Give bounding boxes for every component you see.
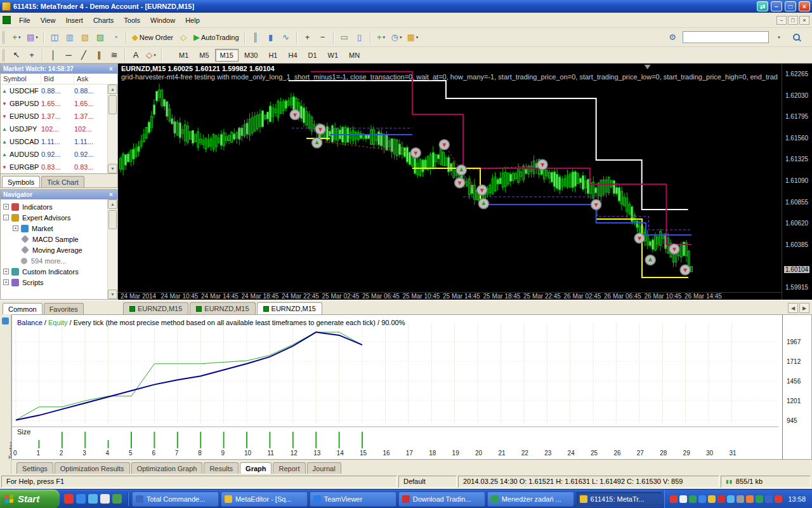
nav-item-moving-average[interactable]: Moving Average bbox=[1, 244, 117, 255]
chart-window-icon[interactable] bbox=[3, 16, 11, 24]
column-header-bid[interactable]: Bid bbox=[41, 74, 74, 84]
bar-chart-button[interactable]: ║ bbox=[248, 30, 263, 44]
market-watch-row-eurgbp[interactable]: ▼EURGBP0.83...0.83... bbox=[1, 161, 107, 173]
candlestick-chart-button[interactable]: ▮ bbox=[263, 30, 278, 44]
taskbar-button-total-commande[interactable]: Total Commande... bbox=[132, 491, 219, 507]
chart-tab-0[interactable]: EURNZD,M15 bbox=[123, 302, 188, 314]
market-watch-header[interactable]: Market Watch: 14:58:37 × bbox=[1, 64, 117, 74]
nav-item-expert-advisors[interactable]: -Expert Advisors bbox=[1, 212, 117, 223]
taskbar-button-teamviewer[interactable]: TeamViewer bbox=[310, 491, 396, 507]
close-button[interactable]: × bbox=[799, 1, 810, 11]
mdi-restore-button[interactable]: □ bbox=[788, 16, 798, 25]
taskbar-button-mened-er-zada[interactable]: Menedżer zadań ... bbox=[487, 491, 574, 507]
scroll-down-icon[interactable]: ▼ bbox=[108, 290, 117, 299]
navigator-tab-favorites[interactable]: Favorites bbox=[44, 303, 84, 314]
chart-tab-2[interactable]: EURNZD,M15 bbox=[257, 302, 322, 314]
timeframe-d1-button[interactable]: D1 bbox=[303, 49, 322, 62]
tray-icon-9[interactable] bbox=[746, 495, 754, 503]
toolbar-grip[interactable] bbox=[3, 49, 6, 62]
maximize-button[interactable]: □ bbox=[785, 1, 796, 11]
tray-icon-1[interactable] bbox=[670, 495, 678, 503]
zoom-out-button[interactable]: − bbox=[315, 30, 331, 44]
menu-tools[interactable]: Tools bbox=[119, 15, 145, 26]
tray-icon-10[interactable] bbox=[756, 495, 763, 503]
market-watch-row-usdchf[interactable]: ▲USDCHF0.88...0.88... bbox=[1, 84, 107, 97]
templates-button[interactable]: ▦▾ bbox=[404, 30, 421, 44]
navigator-toggle[interactable]: ▧ bbox=[77, 30, 93, 44]
periods-button[interactable]: ◷▾ bbox=[389, 30, 405, 44]
timeframe-m15-button[interactable]: M15 bbox=[215, 49, 239, 62]
new-order-button[interactable]: ◆New Order bbox=[129, 30, 176, 44]
quick-launch-icon-4[interactable] bbox=[100, 494, 110, 504]
taskbar-button-download-tradin[interactable]: Download Tradin... bbox=[398, 491, 485, 507]
taskbar-button-611415-metatr[interactable]: 611415: MetaTr... bbox=[576, 491, 663, 507]
menu-file[interactable]: File bbox=[14, 15, 36, 26]
collapse-icon[interactable]: - bbox=[3, 215, 9, 220]
market-watch-row-eurusd[interactable]: ▼EURUSD1.37...1.37... bbox=[1, 110, 107, 123]
tray-icon-11[interactable] bbox=[765, 495, 773, 503]
nav-item-custom-indicators[interactable]: +Custom Indicators bbox=[1, 266, 117, 277]
tester-tab-settings[interactable]: Settings bbox=[16, 462, 53, 474]
quick-launch-icon-5[interactable] bbox=[112, 494, 122, 504]
strategy-tester-toggle[interactable]: ◔ bbox=[108, 30, 123, 44]
tabs-scroll-left-icon[interactable]: ◀ bbox=[788, 303, 798, 313]
market-watch-row-usdcad[interactable]: ▲USDCAD1.11...1.11... bbox=[1, 135, 107, 148]
menu-charts[interactable]: Charts bbox=[88, 15, 119, 26]
quick-launch-icon-2[interactable] bbox=[76, 494, 86, 504]
nav-item-scripts[interactable]: +Scripts bbox=[1, 277, 117, 288]
tester-tab-journal[interactable]: Journal bbox=[307, 462, 341, 474]
start-button[interactable]: Start bbox=[0, 490, 60, 508]
cursor-button[interactable]: ↖ bbox=[9, 48, 24, 62]
column-header-ask[interactable]: Ask bbox=[74, 74, 107, 84]
chart-tab-1[interactable]: EURNZD,M15 bbox=[190, 302, 255, 314]
market-watch-tab-tick-chart[interactable]: Tick Chart bbox=[41, 176, 84, 187]
scrollbar-thumb[interactable] bbox=[108, 210, 117, 229]
tray-icon-2[interactable] bbox=[679, 495, 687, 503]
tray-icon-6[interactable] bbox=[717, 495, 725, 503]
search-button[interactable] bbox=[789, 30, 804, 44]
cascade-windows-button[interactable]: ▯ bbox=[352, 30, 367, 44]
navigator-header[interactable]: Navigator × bbox=[1, 190, 117, 199]
navigator-scrollbar[interactable]: ▲ ▼ bbox=[107, 199, 117, 299]
tray-icon-12[interactable] bbox=[775, 495, 782, 503]
close-icon[interactable]: × bbox=[107, 65, 115, 72]
expand-window-button[interactable]: ⇄ bbox=[757, 1, 768, 11]
tray-icon-5[interactable] bbox=[708, 495, 716, 503]
equidistant-channel-button[interactable]: ∥ bbox=[91, 48, 107, 62]
tile-windows-button[interactable]: ▭ bbox=[337, 30, 352, 44]
tray-icon-7[interactable] bbox=[727, 495, 735, 503]
mdi-close-button[interactable]: × bbox=[799, 16, 809, 25]
navigator-tab-common[interactable]: Common bbox=[3, 303, 43, 314]
autotrading-button[interactable]: ▶AutoTrading bbox=[191, 30, 242, 44]
tray-icon-3[interactable] bbox=[689, 495, 697, 503]
menu-insert[interactable]: Insert bbox=[60, 15, 88, 26]
expand-icon[interactable]: + bbox=[3, 269, 9, 274]
zoom-in-button[interactable]: + bbox=[300, 30, 315, 44]
close-icon[interactable]: × bbox=[107, 191, 115, 198]
expand-icon[interactable]: + bbox=[3, 204, 9, 210]
nav-item-594-more[interactable]: 594 more... bbox=[1, 255, 117, 266]
market-watch-tab-symbols[interactable]: Symbols bbox=[2, 176, 40, 187]
nav-item-market[interactable]: +Market bbox=[1, 223, 117, 234]
text-label-button[interactable]: A bbox=[128, 48, 143, 62]
search-dropdown-button[interactable]: ▾ bbox=[771, 30, 787, 44]
arrows-button[interactable]: ◇▾ bbox=[143, 48, 159, 62]
tester-tab-graph[interactable]: Graph bbox=[240, 462, 272, 474]
toolbar-grip[interactable] bbox=[3, 31, 6, 44]
taskbar-button-metaeditor-sq[interactable]: MetaEditor - [Sq... bbox=[221, 491, 308, 507]
timeframe-mn-button[interactable]: MN bbox=[344, 49, 365, 62]
fibonacci-button[interactable]: ≋ bbox=[107, 48, 122, 62]
data-window-toggle[interactable]: ▥ bbox=[62, 30, 77, 44]
menu-help[interactable]: Help bbox=[180, 15, 205, 26]
market-watch-scrollbar[interactable]: ▲ ▼ bbox=[107, 84, 117, 173]
timeframe-h4-button[interactable]: H4 bbox=[283, 49, 302, 62]
scroll-up-icon[interactable]: ▲ bbox=[108, 199, 117, 209]
crosshair-button[interactable]: + bbox=[24, 48, 39, 62]
status-profile[interactable]: Default bbox=[398, 476, 457, 488]
market-watch-row-gbpusd[interactable]: ▼GBPUSD1.65...1.65... bbox=[1, 97, 107, 110]
tray-icon-8[interactable] bbox=[737, 495, 744, 503]
menu-view[interactable]: View bbox=[36, 15, 61, 26]
tester-tab-results[interactable]: Results bbox=[204, 462, 239, 474]
line-chart-button[interactable]: ∿ bbox=[278, 30, 294, 44]
indicators-list-button[interactable]: +▾ bbox=[374, 30, 389, 44]
